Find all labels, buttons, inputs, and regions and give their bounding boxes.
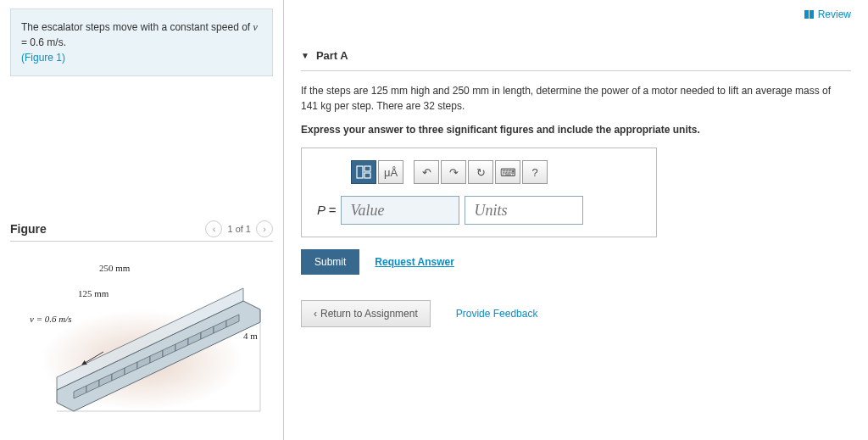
request-answer-link[interactable]: Request Answer (375, 256, 454, 268)
return-label: Return to Assignment (320, 308, 418, 320)
reset-button[interactable]: ↻ (468, 160, 493, 184)
var-v: v (253, 21, 257, 33)
template-icon (356, 165, 371, 179)
chevron-left-icon: ‹ (314, 308, 317, 320)
instruction-text: Express your answer to three significant… (301, 124, 851, 136)
answer-variable: P = (317, 203, 336, 218)
figure-1-link[interactable]: (Figure 1) (21, 52, 65, 64)
dim-250mm: 250 mm (99, 263, 130, 273)
figure-next-button[interactable]: › (256, 220, 273, 237)
value-input[interactable] (341, 196, 459, 225)
svg-rect-18 (357, 166, 363, 178)
figure-page-count: 1 of 1 (227, 224, 251, 234)
answer-box: μÅ ↶ ↷ ↻ ⌨ ? P = (301, 148, 657, 237)
provide-feedback-link[interactable]: Provide Feedback (456, 308, 538, 320)
keyboard-button[interactable]: ⌨ (495, 160, 520, 184)
review-link[interactable]: Review (804, 8, 851, 20)
dim-4m: 4 m (243, 331, 258, 341)
undo-button[interactable]: ↶ (414, 160, 439, 184)
template-button[interactable] (351, 160, 376, 184)
units-symbol-button[interactable]: μÅ (378, 160, 403, 184)
svg-rect-20 (364, 173, 370, 178)
part-a-title: Part A (316, 49, 348, 62)
figure-heading: Figure (10, 222, 47, 236)
problem-text-1: The escalator steps move with a constant… (21, 21, 253, 33)
flag-icon (804, 10, 815, 19)
part-divider (301, 70, 851, 71)
caret-down-icon: ▼ (301, 51, 309, 60)
problem-statement: The escalator steps move with a constant… (10, 8, 273, 76)
svg-rect-19 (364, 166, 370, 171)
return-to-assignment-button[interactable]: ‹ Return to Assignment (301, 300, 431, 327)
speed-value: 0.6 m/s (30, 36, 63, 48)
question-text: If the steps are 125 mm high and 250 mm … (301, 83, 843, 114)
figure-pager: ‹ 1 of 1 › (205, 220, 273, 237)
help-button[interactable]: ? (522, 160, 548, 184)
dim-125mm: 125 mm (78, 288, 108, 298)
period: . (64, 36, 66, 48)
eq: = (21, 36, 30, 48)
dim-velocity: v = 0.6 m/s (30, 314, 72, 324)
submit-button[interactable]: Submit (301, 249, 359, 275)
answer-toolbar: μÅ ↶ ↷ ↻ ⌨ ? (351, 160, 641, 184)
part-header[interactable]: ▼ Part A (301, 42, 851, 69)
redo-button[interactable]: ↷ (441, 160, 466, 184)
units-input[interactable] (465, 196, 583, 225)
review-label: Review (818, 8, 851, 20)
figure-divider (10, 241, 273, 242)
figure-prev-button[interactable]: ‹ (205, 220, 222, 237)
figure-diagram: 250 mm 125 mm v = 0.6 m/s 4 m (14, 250, 269, 420)
